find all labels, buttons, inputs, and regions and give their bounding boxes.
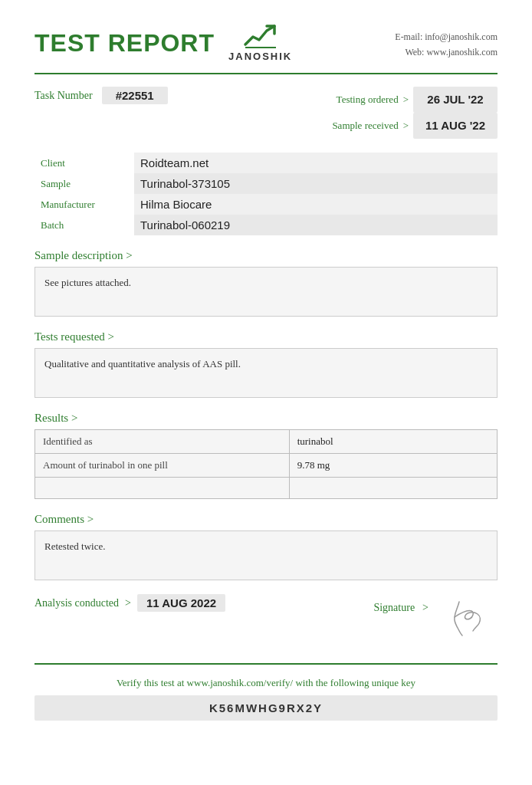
logo-area: JANOSHIK (228, 23, 292, 62)
header-divider (34, 73, 498, 74)
sample-received-arrow: > (403, 116, 409, 136)
client-value: Roidteam.net (134, 153, 498, 173)
signature-label: Signature (373, 602, 415, 614)
results-table-row (35, 478, 498, 499)
sample-received-value: 11 AUG '22 (413, 113, 498, 139)
client-label: Client (34, 153, 134, 173)
task-number-label: Task Number (34, 90, 93, 102)
batch-value: Turinabol-060219 (134, 215, 498, 235)
results-header: Results > (34, 412, 498, 425)
page-header: TEST REPORT JANOSHIK E-mail: info@janosh… (34, 23, 498, 62)
task-number-value: #22551 (102, 87, 168, 104)
signature-icon (436, 594, 498, 640)
analysis-arrow: > (125, 597, 131, 609)
task-number-block: Task Number #22551 (34, 87, 168, 104)
testing-ordered-arrow: > (403, 90, 409, 110)
info-client-row: Client Roidteam.net (34, 153, 498, 173)
tests-requested-text: Qualitative and quantitative analysis of… (34, 348, 498, 398)
header-web: Web: www.janoshik.com (395, 44, 498, 60)
sample-label: Sample (34, 173, 134, 194)
signature-block: Signature > (373, 594, 498, 640)
testing-ordered-row: Testing ordered > 26 JUL '22 (332, 87, 498, 113)
comments-header: Comments > (34, 513, 498, 526)
batch-label: Batch (34, 215, 134, 235)
comments-text: Retested twice. (34, 530, 498, 580)
results-cell-label: Amount of turinabol in one pill (35, 454, 290, 478)
sample-description-text: See pictures attached. (34, 267, 498, 317)
logo-text: JANOSHIK (228, 51, 292, 62)
header-contact: E-mail: info@janoshik.com Web: www.janos… (395, 29, 498, 61)
signature-arrow: > (422, 602, 429, 614)
sample-value: Turinabol-373105 (134, 173, 498, 194)
sample-description-header: Sample description > (34, 249, 498, 262)
manufacturer-value: Hilma Biocare (134, 194, 498, 215)
info-batch-row: Batch Turinabol-060219 (34, 215, 498, 235)
results-table: Identified asturinabolAmount of turinabo… (34, 429, 498, 499)
testing-ordered-label: Testing ordered (337, 90, 399, 110)
tests-requested-header: Tests requested > (34, 330, 498, 343)
manufacturer-label: Manufacturer (34, 194, 134, 215)
footer-divider (34, 663, 498, 665)
analysis-left: Analysis conducted > 11 AUG 2022 (34, 594, 225, 612)
header-left: TEST REPORT JANOSHIK (34, 23, 292, 62)
results-cell-value (289, 478, 497, 499)
results-table-row: Identified asturinabol (35, 430, 498, 454)
task-row: Task Number #22551 Testing ordered > 26 … (34, 87, 498, 139)
info-manufacturer-row: Manufacturer Hilma Biocare (34, 194, 498, 215)
results-cell-value: turinabol (289, 430, 497, 454)
results-cell-label: Identified as (35, 430, 290, 454)
page-title: TEST REPORT (34, 31, 215, 55)
testing-ordered-value: 26 JUL '22 (413, 87, 498, 113)
info-table: Client Roidteam.net Sample Turinabol-373… (34, 153, 498, 235)
results-table-row: Amount of turinabol in one pill9.78 mg (35, 454, 498, 478)
verify-text: Verify this test at www.janoshik.com/ver… (34, 677, 498, 689)
verify-key: K56MWHG9RX2Y (34, 695, 498, 721)
sample-received-row: Sample received > 11 AUG '22 (332, 113, 498, 139)
results-cell-label (35, 478, 290, 499)
analysis-row: Analysis conducted > 11 AUG 2022 Signatu… (34, 594, 498, 640)
header-email: E-mail: info@janoshik.com (395, 29, 498, 44)
analysis-value: 11 AUG 2022 (137, 594, 225, 612)
results-cell-value: 9.78 mg (289, 454, 497, 478)
logo-icon (242, 23, 279, 51)
sample-received-label: Sample received (332, 116, 398, 136)
info-sample-row: Sample Turinabol-373105 (34, 173, 498, 194)
dates-block: Testing ordered > 26 JUL '22 Sample rece… (332, 87, 498, 139)
analysis-label: Analysis conducted (34, 597, 119, 609)
